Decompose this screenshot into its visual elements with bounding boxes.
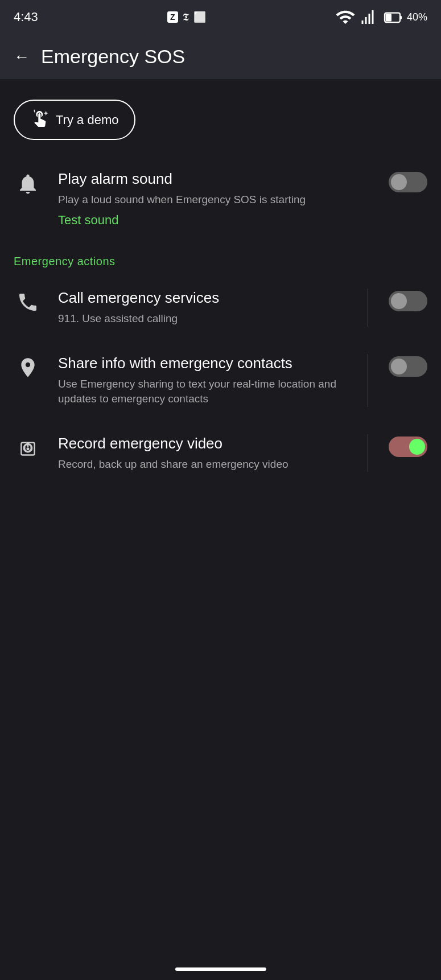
- svg-rect-2: [385, 14, 391, 22]
- call-emergency-item[interactable]: Call emergency services 911. Use assiste…: [0, 275, 441, 340]
- call-toggle-switch[interactable]: [389, 291, 427, 311]
- status-time: 4:43: [14, 10, 38, 24]
- call-title: Call emergency services: [58, 289, 349, 308]
- share-title: Share info with emergency contacts: [58, 354, 349, 373]
- svg-rect-1: [400, 16, 402, 19]
- share-toggle[interactable]: [386, 356, 427, 377]
- phone-icon: [14, 291, 42, 314]
- back-button[interactable]: ←: [14, 48, 30, 66]
- video-record-icon: [14, 437, 42, 459]
- news-icon: 𝕿: [183, 11, 189, 23]
- alarm-toggle[interactable]: [386, 172, 427, 192]
- try-demo-button[interactable]: Try a demo: [14, 100, 135, 140]
- share-toggle-switch[interactable]: [389, 356, 427, 377]
- page-title: Emergency SOS: [41, 46, 185, 68]
- content-area: Try a demo Play alarm sound Play a loud …: [0, 79, 441, 497]
- test-sound-link[interactable]: Test sound: [58, 213, 118, 228]
- status-icons: Z 𝕿 ⬜: [167, 11, 206, 23]
- play-alarm-sound-item[interactable]: Play alarm sound Play a loud sound when …: [0, 156, 441, 241]
- demo-icon: [31, 109, 49, 131]
- svg-point-4: [27, 447, 30, 450]
- demo-button-wrapper: Try a demo: [0, 90, 441, 156]
- header: ← Emergency SOS: [0, 34, 441, 79]
- share-toggle-knob: [391, 359, 407, 374]
- alarm-toggle-knob: [391, 174, 407, 190]
- hand-sparkle-icon: [31, 109, 49, 127]
- battery-percent: 40%: [407, 11, 427, 23]
- video-divider: [368, 434, 369, 472]
- share-description: Use Emergency sharing to text your real-…: [58, 377, 349, 407]
- alarm-description: Play a loud sound when Emergency SOS is …: [58, 192, 370, 208]
- alarm-icon: [14, 172, 42, 196]
- location-share-icon: [14, 356, 42, 379]
- video-toggle[interactable]: [386, 437, 427, 457]
- share-divider: [368, 354, 369, 407]
- demo-button-label: Try a demo: [56, 113, 118, 127]
- bottom-nav-bar: [0, 958, 441, 980]
- alarm-content: Play alarm sound Play a loud sound when …: [58, 170, 370, 228]
- notification-icon: Z: [167, 11, 178, 23]
- record-video-item[interactable]: Record emergency video Record, back up a…: [0, 421, 441, 485]
- video-toggle-knob: [409, 439, 425, 455]
- signal-icon: [359, 7, 380, 27]
- call-content: Call emergency services 911. Use assiste…: [58, 289, 349, 326]
- share-info-item[interactable]: Share info with emergency contacts Use E…: [0, 340, 441, 421]
- share-content: Share info with emergency contacts Use E…: [58, 354, 349, 407]
- screen-icon: ⬜: [193, 11, 206, 23]
- alarm-title: Play alarm sound: [58, 170, 370, 189]
- video-toggle-switch[interactable]: [389, 437, 427, 457]
- alarm-toggle-switch[interactable]: [389, 172, 427, 192]
- emergency-actions-header: Emergency actions: [0, 241, 441, 275]
- video-title: Record emergency video: [58, 434, 349, 454]
- home-indicator[interactable]: [175, 967, 266, 971]
- status-right-icons: 40%: [335, 7, 427, 27]
- wifi-icon: [335, 7, 356, 27]
- status-bar: 4:43 Z 𝕿 ⬜ 40%: [0, 0, 441, 34]
- video-description: Record, back up and share an emergency v…: [58, 457, 349, 472]
- call-divider: [368, 289, 369, 326]
- call-toggle[interactable]: [386, 291, 427, 311]
- video-content: Record emergency video Record, back up a…: [58, 434, 349, 472]
- battery-icon: [383, 7, 403, 27]
- call-toggle-knob: [391, 293, 407, 309]
- call-description: 911. Use assisted calling: [58, 311, 349, 327]
